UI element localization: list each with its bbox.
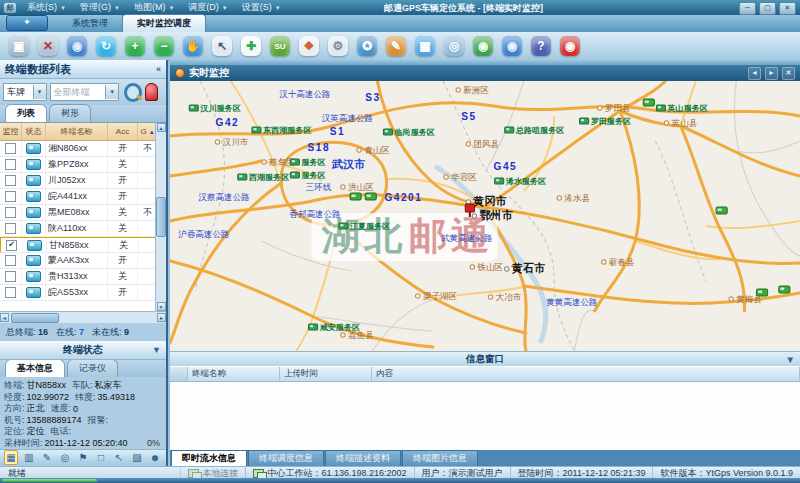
horizontal-scrollbar[interactable]: ◄ ► [0,311,166,323]
track-tool-icon[interactable]: ⚑ [76,450,90,465]
search-icon[interactable] [124,83,141,102]
edit-tool-icon[interactable]: ✎ [40,450,54,465]
scroll-thumb[interactable] [11,313,59,323]
monitor-checkbox[interactable] [5,159,16,170]
alarm-bell-icon[interactable] [145,83,158,101]
info-tab-4[interactable]: 终端图片信息 [402,450,478,466]
terminal-row[interactable]: 湘N806xx开不 [0,141,166,157]
map-vehicle-icon[interactable] [716,207,727,214]
exit-power-icon[interactable]: ◉ [560,36,580,56]
apps-grid-icon[interactable]: ▦ [415,36,435,56]
chevron-down-icon[interactable]: ▼ [33,85,46,99]
monitor-checkbox[interactable] [5,255,16,266]
collapse-left-icon[interactable]: « [156,64,161,74]
monitor-checkbox[interactable] [5,223,16,234]
monitor-checkbox[interactable] [5,271,16,282]
world-map-icon[interactable]: ◉ [67,36,87,56]
select-pointer-icon[interactable]: ↖ [212,36,232,56]
scroll-right-icon[interactable]: ► [157,313,166,322]
collapse-status-icon[interactable]: ▼ [152,345,161,355]
menu-item-4[interactable]: 调度(D)▼ [181,1,234,14]
prev-view-button[interactable]: ◄ [748,67,761,80]
map-vehicle-icon[interactable] [643,99,654,106]
workstation-icon[interactable]: ▣ [9,36,29,56]
tools-icon[interactable]: ✎ [386,36,406,56]
tab-2[interactable]: 实时监控调度 [122,14,206,32]
add-document-icon[interactable]: ✚ [241,36,261,56]
terminal-row[interactable]: 蒙AAK3xx开 [0,253,166,269]
monitor-checkbox[interactable] [5,287,16,298]
terminal-row[interactable]: 陕A110xx关 [0,221,166,237]
zoom-out-icon[interactable]: − [154,36,174,56]
map-canvas[interactable]: 湖北 邮通 汉十高速公路S3新洲区汉川服务区G42东西湖服务区汉英高速公路S5S… [170,81,800,351]
tab-1[interactable]: 系统管理 [58,15,122,32]
terminal-row[interactable]: 皖AS53xx开 [0,285,166,301]
menu-item-3[interactable]: 地图(M)▼ [127,1,181,14]
zoom-in-icon[interactable]: + [125,36,145,56]
menu-item-1[interactable]: 系统(S)▼ [20,1,73,14]
close-panel-button[interactable]: ✕ [782,67,795,80]
disconnect-icon[interactable]: ✕ [38,36,58,56]
globe-blue-icon[interactable]: ◉ [502,36,522,56]
status-tab-2[interactable]: 记录仪 [67,359,118,377]
scroll-left-icon[interactable]: ◄ [0,313,9,322]
recycle-icon[interactable]: ❖ [299,36,319,56]
monitor-checkbox[interactable] [5,191,16,202]
close-button[interactable]: ✕ [779,2,796,15]
terminal-row[interactable]: 川J052xx开 [0,173,166,189]
info-tab-1[interactable]: 即时流水信息 [171,450,247,466]
sort-icon[interactable]: ▲ [149,129,155,135]
map-vehicle-icon[interactable] [779,286,790,293]
info-tab-3[interactable]: 终端描述资料 [325,450,401,466]
search-map-icon[interactable]: ◎ [444,36,464,56]
terminal-row[interactable]: 豫PPZ8xx关 [0,157,166,173]
filter-field-select[interactable]: 车牌 ▼ [3,83,47,101]
menu-item-2[interactable]: 管理(G)▼ [73,1,127,14]
terminal-row[interactable]: 皖A441xx开 [0,189,166,205]
monitor-checkbox[interactable]: ✔ [6,240,17,251]
refresh-icon[interactable]: ↻ [96,36,116,56]
snapshot-tool-icon[interactable]: ▦ [4,450,18,465]
stumble-icon[interactable]: SU [270,36,290,56]
next-view-button[interactable]: ► [765,67,778,80]
maximize-button[interactable]: ▢ [759,2,776,15]
area-tool-icon[interactable]: □ [94,450,108,465]
map-vehicle-icon[interactable] [757,289,768,296]
user-tool-icon[interactable]: ☻ [148,450,162,465]
compass-icon[interactable]: ✪ [357,36,377,56]
status-tab-1[interactable]: 基本信息 [5,359,65,377]
info-tab-2[interactable]: 终端调度信息 [248,450,324,466]
scroll-down-icon[interactable]: ▼ [157,302,166,311]
pan-hand-icon[interactable]: ✋ [183,36,203,56]
acc-cell: 关 [108,205,138,220]
gear-icon[interactable]: ⚙ [328,36,348,56]
globe-green-icon[interactable]: ◉ [473,36,493,56]
pointer-tool-icon[interactable]: ↖ [112,450,126,465]
menu-label: 系统(S) [27,1,57,14]
field-label: 终端: [4,380,25,392]
vehicle-icon [26,175,41,186]
monitor-checkbox[interactable] [5,207,16,218]
map-vehicle-icon[interactable] [350,193,361,200]
collapse-info-icon[interactable]: ▼ [786,354,795,365]
filter-scope-select[interactable]: 全部终端 ▼ [50,83,120,101]
monitor-checkbox[interactable] [5,175,16,186]
help-shield-icon[interactable]: ? [531,36,551,56]
minimize-button[interactable]: ─ [739,2,756,15]
scroll-up-icon[interactable]: ▲ [157,123,166,132]
monitor-checkbox[interactable] [5,143,16,154]
terminal-row[interactable]: ✔甘N858xx关 [0,237,166,253]
list-tab-1[interactable]: 列表 [5,104,47,122]
photo-tool-icon[interactable]: ▨ [130,450,144,465]
menu-item-5[interactable]: 设置(S)▼ [235,1,288,14]
quick-launch-icon[interactable]: ✦ [6,15,48,31]
scroll-thumb[interactable] [156,197,166,237]
locate-tool-icon[interactable]: ◎ [58,450,72,465]
delete-tool-icon[interactable]: ▥ [22,450,36,465]
vertical-scrollbar[interactable]: ▲ ▼ [155,123,166,311]
list-tab-2[interactable]: 树形 [49,104,91,122]
terminal-row[interactable]: 贵H313xx关 [0,269,166,285]
map-vehicle-icon[interactable] [365,193,376,200]
terminal-row[interactable]: 黑ME08xx关不 [0,205,166,221]
chevron-down-icon[interactable]: ▼ [105,85,118,99]
